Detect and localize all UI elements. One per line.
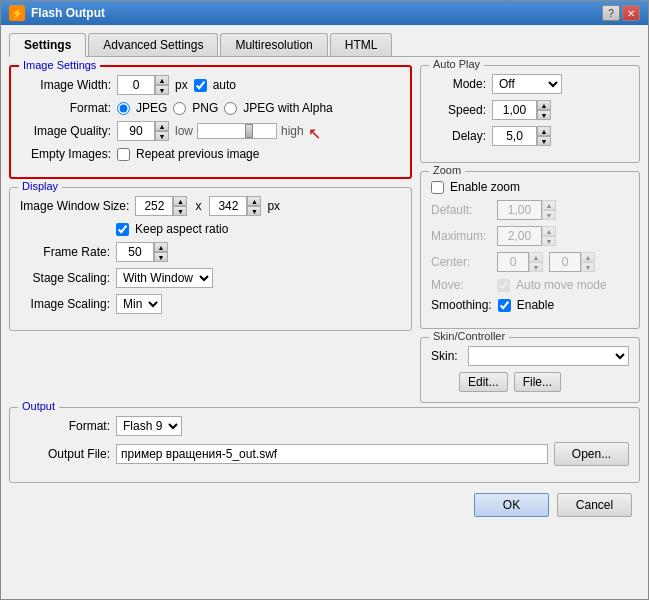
speed-down[interactable]: ▼ (537, 110, 551, 120)
win-height-spin[interactable]: ▲ ▼ (209, 196, 261, 216)
default-zoom-row: Default: ▲ ▼ (431, 200, 629, 220)
win-height-down[interactable]: ▼ (247, 206, 261, 216)
width-label: Image Width: (21, 78, 111, 92)
frame-rate-spin[interactable]: ▲ ▼ (116, 242, 168, 262)
speed-input[interactable] (492, 100, 537, 120)
delay-input[interactable] (492, 126, 537, 146)
output-label: Output (18, 400, 59, 412)
maximum-input (497, 226, 542, 246)
center-x-btns: ▲ ▼ (529, 252, 543, 272)
file-button[interactable]: File... (514, 372, 561, 392)
maximum-spin: ▲ ▼ (497, 226, 556, 246)
quality-spin-up[interactable]: ▲ (155, 121, 169, 131)
ok-button[interactable]: OK (474, 493, 549, 517)
speed-btns: ▲ ▼ (537, 100, 551, 120)
win-width-input[interactable] (135, 196, 173, 216)
win-width-down[interactable]: ▼ (173, 206, 187, 216)
image-scaling-select[interactable]: Min (116, 294, 162, 314)
speed-label: Speed: (431, 103, 486, 117)
quality-spin-btns: ▲ ▼ (155, 121, 169, 141)
tab-multiresolution[interactable]: Multiresolution (220, 33, 327, 56)
frame-rate-btns: ▲ ▼ (154, 242, 168, 262)
cancel-button[interactable]: Cancel (557, 493, 632, 517)
help-button[interactable]: ? (602, 5, 620, 21)
win-height-up[interactable]: ▲ (247, 196, 261, 206)
radio-jpeg[interactable] (117, 102, 130, 115)
win-width-up[interactable]: ▲ (173, 196, 187, 206)
skin-select[interactable] (468, 346, 629, 366)
window-content: Settings Advanced Settings Multiresoluti… (1, 25, 648, 533)
mode-select[interactable]: Off (492, 74, 562, 94)
mode-row: Mode: Off (431, 74, 629, 94)
center-row: Center: ▲ ▼ ▲ ▼ (431, 252, 629, 272)
image-width-row: Image Width: 0 ▲ ▼ px auto (21, 75, 400, 95)
skin-group: Skin/Controller Skin: Edit... File... (420, 337, 640, 403)
delay-btns: ▲ ▼ (537, 126, 551, 146)
speed-spin[interactable]: ▲ ▼ (492, 100, 551, 120)
radio-jpeg-alpha[interactable] (224, 102, 237, 115)
aspect-checkbox[interactable] (116, 223, 129, 236)
auto-move-label: Auto move mode (516, 278, 607, 292)
speed-up[interactable]: ▲ (537, 100, 551, 110)
enable-zoom-checkbox[interactable] (431, 181, 444, 194)
width-px-label: px (175, 78, 188, 92)
close-button[interactable]: ✕ (622, 5, 640, 21)
bottom-bar: OK Cancel (9, 483, 640, 525)
frame-rate-up[interactable]: ▲ (154, 242, 168, 252)
repeat-checkbox[interactable] (117, 148, 130, 161)
aspect-ratio-row: Keep aspect ratio (116, 222, 401, 236)
title-bar: ⚡ Flash Output ? ✕ (1, 1, 648, 25)
frame-rate-down[interactable]: ▼ (154, 252, 168, 262)
win-height-input[interactable] (209, 196, 247, 216)
tab-settings[interactable]: Settings (9, 33, 86, 57)
center-x-up: ▲ (529, 252, 543, 262)
right-panel: Auto Play Mode: Off Speed: ▲ (420, 65, 640, 403)
center-label: Center: (431, 255, 491, 269)
delay-spin[interactable]: ▲ ▼ (492, 126, 551, 146)
center-x-input (497, 252, 529, 272)
delay-up[interactable]: ▲ (537, 126, 551, 136)
win-width-btns: ▲ ▼ (173, 196, 187, 216)
tab-bar: Settings Advanced Settings Multiresoluti… (9, 33, 640, 57)
width-spin-up[interactable]: ▲ (155, 75, 169, 85)
jpeg-label: JPEG (136, 101, 167, 115)
quality-spin-down[interactable]: ▼ (155, 131, 169, 141)
tab-html[interactable]: HTML (330, 33, 393, 56)
format-label: Format: (21, 101, 111, 115)
quality-slider-box[interactable] (197, 123, 277, 139)
frame-rate-input[interactable] (116, 242, 154, 262)
quality-input[interactable] (117, 121, 155, 141)
open-button[interactable]: Open... (554, 442, 629, 466)
edit-button[interactable]: Edit... (459, 372, 508, 392)
left-panel: Image Settings Image Width: 0 ▲ ▼ px (9, 65, 412, 403)
png-label: PNG (192, 101, 218, 115)
window-size-label: Image Window Size: (20, 199, 129, 213)
skin-row: Skin: (431, 346, 629, 366)
delay-down[interactable]: ▼ (537, 136, 551, 146)
auto-checkbox[interactable] (194, 79, 207, 92)
width-input[interactable]: 0 (117, 75, 155, 95)
cursor-arrow-icon: ↖ (308, 124, 321, 143)
smoothing-checkbox[interactable] (498, 299, 511, 312)
auto-play-label: Auto Play (429, 58, 484, 70)
quality-spin[interactable]: ▲ ▼ (117, 121, 169, 141)
stage-scaling-label: Stage Scaling: (20, 271, 110, 285)
quality-row: Image Quality: ▲ ▼ low (21, 121, 400, 141)
center-y-btns: ▲ ▼ (581, 252, 595, 272)
win-width-spin[interactable]: ▲ ▼ (135, 196, 187, 216)
output-file-row: Output File: Open... (20, 442, 629, 466)
output-format-label: Format: (20, 419, 110, 433)
maximum-zoom-row: Maximum: ▲ ▼ (431, 226, 629, 246)
maximum-btns: ▲ ▼ (542, 226, 556, 246)
width-spin[interactable]: 0 ▲ ▼ (117, 75, 169, 95)
flash-icon-symbol: ⚡ (11, 8, 23, 19)
stage-scaling-select[interactable]: With Window (116, 268, 213, 288)
mode-label: Mode: (431, 77, 486, 91)
radio-png[interactable] (173, 102, 186, 115)
tab-advanced-settings[interactable]: Advanced Settings (88, 33, 218, 56)
width-spin-down[interactable]: ▼ (155, 85, 169, 95)
maximum-down: ▼ (542, 236, 556, 246)
output-format-select[interactable]: Flash 9 (116, 416, 182, 436)
output-file-input[interactable] (116, 444, 548, 464)
quality-slider-handle[interactable] (245, 124, 253, 138)
